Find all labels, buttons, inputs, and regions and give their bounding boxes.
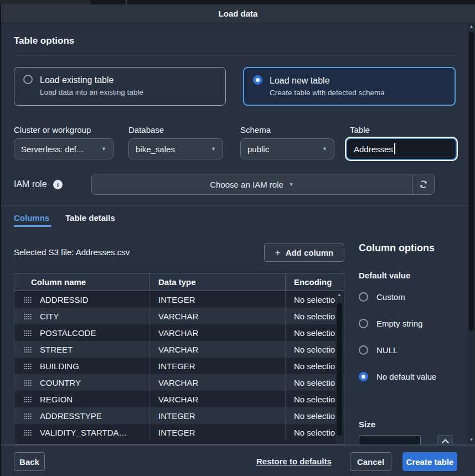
scroll-down-icon[interactable]: ▼ — [468, 437, 475, 443]
drag-handle-icon[interactable] — [24, 429, 32, 436]
scroll-up-icon[interactable]: ▲ — [335, 292, 343, 298]
restore-to-defaults-link[interactable]: Restore to defaults — [256, 457, 332, 466]
radio-icon[interactable] — [359, 345, 368, 355]
table-scrollbar-thumb[interactable] — [337, 303, 342, 436]
modal-scrollbar[interactable]: ▲ ▼ — [468, 23, 475, 444]
database-dropdown[interactable]: bike_sales ▼ — [128, 138, 223, 159]
drag-handle-icon[interactable] — [24, 346, 32, 353]
info-icon[interactable]: i — [53, 180, 63, 189]
radio-icon[interactable] — [359, 319, 368, 328]
card-title: Load new table — [270, 75, 385, 86]
radio-option-label: Custom — [376, 290, 405, 304]
radio-option-label: No default value — [376, 370, 436, 384]
table-row[interactable]: ADDRESSID INTEGER No selection — [14, 291, 344, 308]
data-type-cell: VARCHAR — [158, 312, 198, 321]
header-data-type[interactable]: Data type — [150, 273, 286, 291]
back-button[interactable]: Back — [14, 452, 45, 471]
data-type-cell: INTEGER — [158, 295, 195, 304]
table-row[interactable]: COUNTRY VARCHAR No selection — [14, 374, 344, 391]
drag-handle-icon[interactable] — [24, 313, 32, 319]
drag-handle-icon[interactable] — [24, 329, 32, 336]
table-row[interactable]: POSTALCODE VARCHAR No selection — [14, 324, 344, 341]
encoding-cell: No selection — [294, 411, 340, 421]
data-type-cell: INTEGER — [158, 411, 195, 421]
radio-load-existing[interactable] — [23, 75, 33, 84]
active-tab-underline — [14, 225, 51, 227]
table-label: Table — [350, 125, 370, 134]
refresh-button[interactable] — [412, 174, 434, 194]
table-row[interactable]: CITY VARCHAR No selection — [14, 308, 344, 324]
column-options-heading: Column options — [359, 242, 435, 254]
radio-option[interactable]: NULL — [359, 343, 436, 358]
radio-option-label: NULL — [376, 343, 397, 358]
data-type-cell: VARCHAR — [158, 395, 198, 404]
encoding-cell: No selection — [294, 312, 340, 321]
table-row[interactable]: VALIDITY_STARTDA… INTEGER No selection — [14, 424, 344, 441]
column-name-cell: COUNTRY — [40, 378, 81, 387]
add-column-button[interactable]: + Add column — [264, 244, 344, 262]
load-existing-table-card[interactable]: Load existing table Load data into an ex… — [14, 67, 226, 106]
data-type-cell: VARCHAR — [158, 328, 198, 338]
encoding-cell: No selection — [294, 395, 340, 404]
tab-table-details[interactable]: Table details — [65, 213, 115, 223]
app-backdrop — [0, 0, 475, 4]
tab-columns[interactable]: Columns — [14, 213, 49, 223]
chevron-down-icon: ▼ — [322, 146, 327, 152]
drag-handle-icon[interactable] — [24, 379, 32, 386]
table-row[interactable]: ADDRESSTYPE INTEGER No selection — [14, 407, 344, 424]
create-table-button[interactable]: Create table — [402, 452, 457, 471]
modal-footer: Back Restore to defaults Cancel Create t… — [1, 444, 475, 476]
iam-role-label: IAM role — [14, 179, 47, 189]
data-type-cell: VARCHAR — [158, 345, 198, 354]
cluster-dropdown[interactable]: Serverless: def... ▼ — [14, 138, 113, 159]
drag-handle-icon[interactable] — [24, 296, 32, 303]
table-row[interactable]: BUILDING INTEGER No selection — [14, 358, 344, 374]
drag-handle-icon[interactable] — [24, 396, 32, 402]
card-title: Load existing table — [40, 75, 143, 86]
column-name-cell: CITY — [40, 312, 59, 321]
table-bottom-strip — [14, 441, 344, 444]
load-data-dialog: Load data Table options Load existing ta… — [0, 0, 475, 476]
scroll-up-icon[interactable]: ▲ — [468, 23, 475, 30]
table-row[interactable]: REGION VARCHAR No selection — [14, 391, 344, 407]
text-cursor — [394, 143, 395, 154]
modal-scrollbar-thumb[interactable] — [469, 32, 474, 331]
table-name-input[interactable]: Addresses — [346, 138, 457, 160]
table-row[interactable]: STREET VARCHAR No selection — [14, 341, 344, 358]
add-column-label: Add column — [286, 248, 334, 257]
encoding-cell: No selection — [294, 295, 340, 304]
iam-role-dropdown[interactable]: Choose an IAM role ▼ — [92, 174, 412, 194]
column-name-cell: ADDRESSID — [40, 295, 89, 304]
schema-dropdown[interactable]: public ▼ — [240, 138, 334, 159]
database-label: Database — [128, 125, 164, 134]
column-name-cell: REGION — [40, 395, 73, 404]
iam-role-placeholder: Choose an IAM role — [210, 180, 283, 189]
radio-option[interactable]: Custom — [359, 290, 436, 304]
radio-load-new[interactable] — [253, 75, 262, 85]
encoding-cell: No selection — [294, 378, 340, 387]
table-name-value: Addresses — [354, 144, 393, 154]
radio-option[interactable]: No default value — [359, 370, 436, 384]
cancel-button[interactable]: Cancel — [350, 452, 391, 471]
refresh-icon — [419, 179, 428, 189]
encoding-cell: No selection — [294, 361, 340, 371]
radio-option[interactable]: Empty string — [359, 317, 436, 331]
section-divider — [14, 55, 457, 56]
data-type-cell: INTEGER — [158, 428, 195, 437]
header-column-name[interactable]: Column name — [14, 273, 150, 291]
header-encoding[interactable]: Encoding — [286, 273, 344, 291]
modal-title: Load data — [219, 9, 258, 18]
column-name-cell: STREET — [40, 345, 73, 354]
column-name-cell: ADDRESSTYPE — [40, 411, 102, 421]
radio-icon[interactable] — [359, 292, 368, 302]
encoding-cell: No selection — [294, 328, 340, 338]
drag-handle-icon[interactable] — [24, 363, 32, 369]
chevron-down-icon: ▼ — [211, 146, 216, 152]
chevron-down-icon: ▼ — [101, 146, 106, 152]
drag-handle-icon[interactable] — [24, 412, 32, 419]
radio-icon[interactable] — [359, 372, 368, 381]
iam-role-control: Choose an IAM role ▼ — [91, 174, 435, 195]
table-scrollbar[interactable]: ▲ — [335, 292, 343, 444]
load-new-table-card[interactable]: Load new table Create table with detecte… — [243, 67, 456, 106]
column-name-cell: BUILDING — [40, 361, 79, 371]
